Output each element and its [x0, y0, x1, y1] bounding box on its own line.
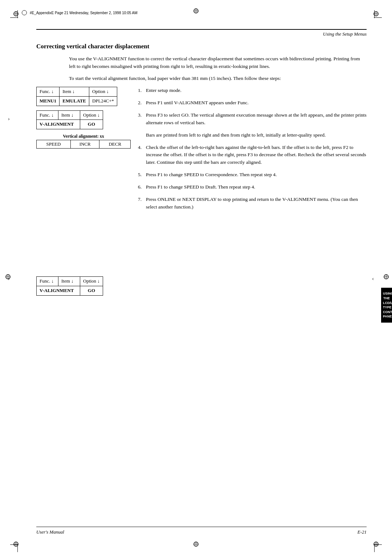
fold-mark-right: ‹	[372, 276, 374, 282]
table1-emulate: EMULATE	[60, 96, 89, 106]
table4-option-header: Option ↓	[80, 277, 103, 286]
step-6-text: Press F1 to change SPEED to Draft. Then …	[146, 183, 367, 191]
table3-header: Vertical alignment: xx	[36, 134, 131, 139]
step-7-num: 7.	[138, 196, 146, 203]
table2-go: GO	[80, 120, 103, 129]
table2-valignment: V-ALIGNMENT	[37, 120, 80, 129]
step-1-text: Enter setup mode.	[146, 87, 367, 94]
reg-circle-tr	[373, 11, 379, 18]
page: #E_AppendixE Page 21 Wednesday, Septembe…	[0, 0, 392, 555]
top-bar-circle	[22, 10, 27, 15]
step-3-cont-num	[138, 131, 146, 139]
table3-container: Vertical alignment: xx SPEED INCR DECR	[36, 134, 131, 149]
step-3-text: Press F3 to select GO. The vertical alig…	[146, 112, 367, 126]
left-column: Func. ↓ Item ↓ Option ↓ MENU1 EMULATE DP…	[36, 87, 131, 300]
step-5-text: Press F1 to change SPEED to Corresponden…	[146, 171, 367, 178]
table3-speed: SPEED INCR DECR	[36, 140, 131, 149]
table2-option-header: Option ↓	[80, 110, 103, 120]
table4-go: GO	[80, 286, 103, 296]
body-para-1: You use the V-ALIGNMENT function to corr…	[69, 55, 367, 70]
table1-item-header: Item ↓	[60, 87, 89, 96]
step-1-num: 1.	[138, 87, 146, 94]
reg-circle-br	[373, 541, 379, 548]
footer: User's Manual E-21	[36, 527, 367, 535]
fold-mark-left2: ›	[8, 276, 10, 282]
table4-func-header: Func. ↓	[37, 277, 58, 286]
step-2-text: Press F1 until V-ALIGNMENT appears under…	[146, 99, 367, 106]
step-6: 6. Press F1 to change SPEED to Draft. Th…	[138, 183, 367, 191]
spacer	[36, 153, 131, 276]
table4-valignment: V-ALIGNMENT	[37, 286, 80, 296]
header-section: Using the Setup Menus	[36, 29, 367, 37]
step-3: 3. Press F3 to select GO. The vertical a…	[138, 112, 367, 126]
footer-left: User's Manual	[36, 529, 64, 535]
reg-circle-tl	[13, 11, 19, 18]
step-6-num: 6.	[138, 183, 146, 191]
sidebar-tab-line2: LCD/LED TYPE	[383, 301, 390, 310]
header-title: Using the Setup Menus	[323, 31, 367, 37]
step-1: 1. Enter setup mode.	[138, 87, 367, 94]
sidebar-tab-line1: USING THE	[383, 292, 390, 301]
fold-mark-left: ›	[8, 116, 10, 122]
main-content: Using the Setup Menus Correcting vertica…	[36, 29, 367, 519]
reg-right	[383, 274, 389, 281]
step-3-num: 3.	[138, 112, 146, 119]
right-column: 1. Enter setup mode. 2. Press F1 until V…	[138, 87, 367, 300]
step-4: 4. Check the offset of the left-to-right…	[138, 144, 367, 166]
table2-func-header: Func. ↓	[37, 110, 58, 120]
table2-item-header: Item ↓	[58, 110, 80, 120]
step-3-cont-text: Bars are printed from left to right and …	[146, 131, 367, 139]
table3-speed-cell: SPEED	[37, 140, 71, 149]
top-bar: #E_AppendixE Page 21 Wednesday, Septembe…	[22, 10, 370, 15]
table1-menu1: MENU1	[37, 96, 60, 106]
reg-center-bottom	[193, 541, 199, 548]
step-3-continuation: Bars are printed from left to right and …	[138, 131, 367, 139]
table-valignment: Func. ↓ Item ↓ Option ↓ V-ALIGNMENT GO	[36, 110, 103, 130]
body-para-2: To start the vertical alignment function…	[69, 75, 367, 82]
file-info: #E_AppendixE Page 21 Wednesday, Septembe…	[30, 11, 138, 15]
table4-item-header: Item ↓	[58, 277, 80, 286]
table1-func-header: Func. ↓	[37, 87, 60, 96]
step-4-num: 4.	[138, 144, 146, 151]
table3-incr-cell: INCR	[70, 140, 99, 149]
table1-dpl24c: DPL24C+*	[89, 96, 117, 106]
step-2-num: 2.	[138, 99, 146, 106]
sidebar-tab-line3: CONTROL PANEL	[383, 310, 390, 319]
table4-valignment: Func. ↓ Item ↓ Option ↓ V-ALIGNMENT GO	[36, 276, 103, 296]
step-4-text: Check the offset of the left-to-right ba…	[146, 144, 367, 166]
step-7: 7. Press ONLINE or NEXT DISPLAY to stop …	[138, 196, 367, 211]
reg-circle-bl	[13, 541, 19, 548]
step-7-text: Press ONLINE or NEXT DISPLAY to stop pri…	[146, 196, 367, 211]
section-heading: Correcting vertical character displaceme…	[36, 43, 367, 50]
table3-decr-cell: DECR	[99, 140, 131, 149]
sidebar-tab: USING THE LCD/LED TYPE CONTROL PANEL	[381, 288, 392, 323]
table1-option-header: Option ↓	[89, 87, 117, 96]
step-5: 5. Press F1 to change SPEED to Correspon…	[138, 171, 367, 178]
footer-right: E-21	[358, 529, 367, 535]
two-col-layout: Func. ↓ Item ↓ Option ↓ MENU1 EMULATE DP…	[36, 87, 367, 300]
steps-list: 1. Enter setup mode. 2. Press F1 until V…	[138, 87, 367, 211]
step-2: 2. Press F1 until V-ALIGNMENT appears un…	[138, 99, 367, 106]
step-5-num: 5.	[138, 171, 146, 178]
table-menu1: Func. ↓ Item ↓ Option ↓ MENU1 EMULATE DP…	[36, 87, 117, 106]
